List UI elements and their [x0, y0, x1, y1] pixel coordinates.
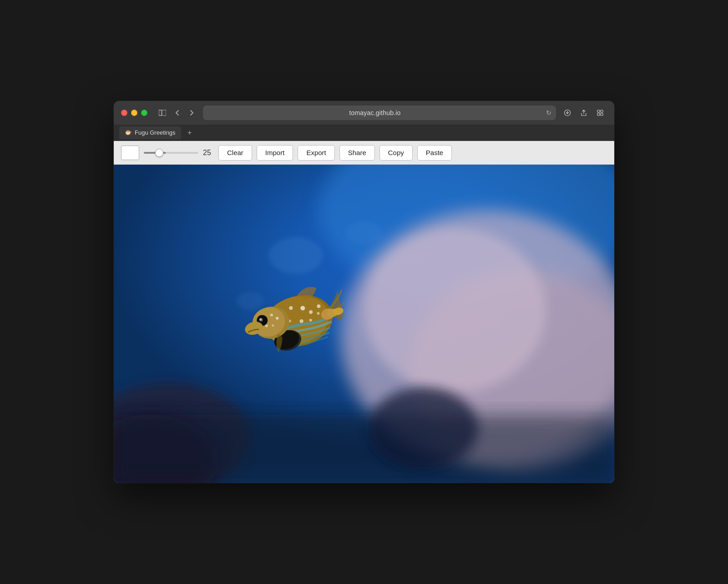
svg-rect-15 [114, 415, 614, 483]
tab-title: Fugu Greetings [135, 129, 176, 136]
copy-button[interactable]: Copy [379, 145, 413, 161]
add-tab-button[interactable]: + [185, 128, 195, 138]
back-button[interactable] [170, 107, 184, 119]
svg-rect-6 [597, 113, 600, 116]
canvas-area[interactable] [114, 165, 614, 483]
export-button[interactable]: Export [298, 145, 334, 161]
maximize-button[interactable] [141, 110, 147, 116]
app-toolbar: 25 Clear Import Export Share Copy Paste [114, 141, 614, 165]
browser-toolbar-right [561, 107, 607, 119]
tab-favicon: 🐡 [125, 129, 132, 136]
nav-buttons [156, 107, 198, 119]
download-button[interactable] [561, 107, 574, 119]
minimize-button[interactable] [131, 110, 137, 116]
browser-window: tomayac.github.io ↻ [114, 101, 614, 483]
paste-button[interactable]: Paste [417, 145, 452, 161]
svg-point-12 [364, 228, 546, 392]
svg-rect-7 [601, 113, 603, 116]
address-bar[interactable]: tomayac.github.io ↻ [203, 106, 556, 120]
app-content: 25 Clear Import Export Share Copy Paste [114, 141, 614, 483]
brush-size-slider[interactable] [144, 152, 198, 154]
svg-rect-5 [601, 110, 603, 112]
url-text: tomayac.github.io [207, 109, 542, 116]
svg-rect-1 [159, 110, 166, 116]
svg-point-48 [237, 292, 264, 310]
tab-bar: 🐡 Fugu Greetings + [114, 125, 614, 141]
import-button[interactable]: Import [257, 145, 293, 161]
share-button[interactable] [577, 107, 591, 119]
color-picker[interactable] [121, 146, 139, 160]
share-action-button[interactable]: Share [339, 145, 375, 161]
sidebar-toggle-button[interactable] [156, 107, 169, 119]
reload-button[interactable]: ↻ [546, 109, 551, 116]
forward-button[interactable] [185, 107, 198, 119]
traffic-lights [121, 110, 147, 116]
svg-point-47 [346, 222, 382, 244]
svg-point-46 [268, 237, 323, 274]
active-tab[interactable]: 🐡 Fugu Greetings [119, 126, 181, 139]
new-tab-button[interactable] [593, 107, 607, 119]
brush-size-value: 25 [203, 149, 214, 157]
title-bar: tomayac.github.io ↻ [114, 101, 614, 125]
clear-button[interactable]: Clear [218, 145, 252, 161]
svg-rect-0 [159, 110, 162, 116]
close-button[interactable] [121, 110, 127, 116]
svg-rect-4 [597, 110, 600, 112]
svg-point-16 [369, 388, 478, 469]
